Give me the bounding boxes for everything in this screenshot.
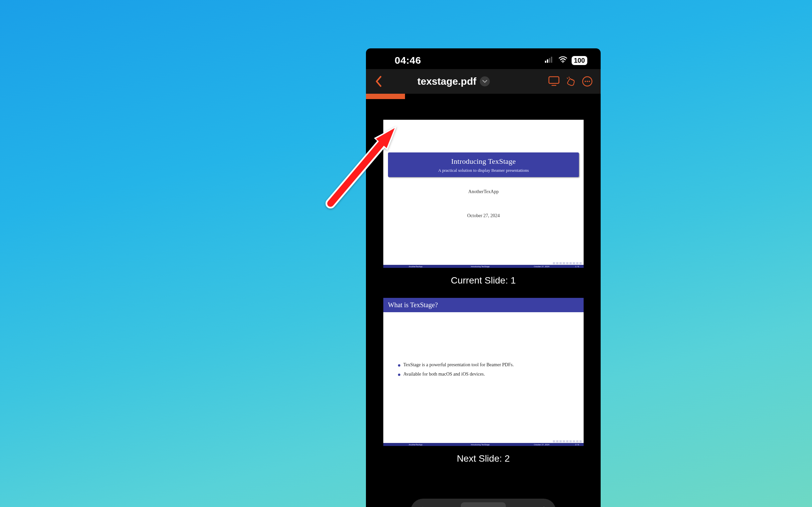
svg-point-11	[587, 81, 588, 82]
svg-point-10	[585, 81, 586, 82]
more-button[interactable]	[580, 74, 595, 89]
gesture-button[interactable]	[563, 74, 578, 89]
nav-title-group: texstage.pdf	[417, 76, 490, 87]
svg-point-4	[562, 62, 563, 63]
slide1-footer: AnotherTexApp Introducing TexStage Octob…	[383, 263, 583, 268]
current-slide-caption: Current Slide: 1	[383, 275, 583, 286]
svg-rect-3	[551, 57, 552, 63]
prev-slide-button[interactable]	[438, 502, 455, 507]
clap-icon	[565, 76, 576, 87]
next-slide-caption: Next Slide: 2	[383, 453, 583, 464]
svg-rect-1	[547, 59, 548, 63]
wifi-icon	[558, 56, 568, 64]
next-slide-thumbnail[interactable]: What is TexStage? TexStage is a powerful…	[383, 298, 583, 446]
status-bar: 04:46 100	[366, 48, 601, 69]
slide-control-bar: 1 / 6	[411, 499, 556, 507]
svg-rect-5	[549, 77, 559, 83]
phone-frame: 04:46 100 texstage.pdf	[366, 48, 601, 507]
slide1-title: Introducing TexStage	[391, 157, 576, 166]
slide1-date: October 27, 2024	[383, 213, 583, 219]
status-time: 04:46	[395, 55, 421, 66]
svg-point-12	[589, 81, 590, 82]
slide2-bullet-2: Available for both macOS and iOS devices…	[398, 372, 572, 377]
slide2-footer: AnotherTexApp Introducing TexStage Octob…	[383, 441, 583, 446]
page-indicator[interactable]: 1 / 6	[461, 502, 506, 507]
first-slide-button[interactable]	[417, 502, 435, 507]
cellular-icon	[545, 57, 554, 64]
content-area: Introducing TexStage A practical solutio…	[366, 99, 601, 507]
document-title: texstage.pdf	[417, 76, 476, 87]
ellipsis-circle-icon	[581, 76, 593, 87]
external-display-button[interactable]	[547, 74, 561, 89]
skip-first-icon	[421, 506, 432, 507]
skip-last-icon	[535, 506, 546, 507]
status-icons: 100	[545, 56, 587, 65]
svg-line-8	[569, 77, 569, 78]
battery-icon: 100	[572, 56, 587, 65]
chevron-down-icon	[482, 79, 488, 83]
slide1-title-box: Introducing TexStage A practical solutio…	[388, 153, 579, 177]
slide2-bullet-1: TexStage is a powerful presentation tool…	[398, 362, 572, 368]
progress-fill	[366, 94, 405, 99]
slide1-subtitle: A practical solution to display Beamer p…	[391, 168, 576, 173]
progress-bar	[366, 94, 601, 99]
nav-bar: texstage.pdf	[366, 69, 601, 94]
svg-rect-2	[549, 58, 550, 63]
display-icon	[548, 76, 560, 87]
back-button[interactable]	[372, 75, 385, 88]
last-slide-button[interactable]	[532, 502, 549, 507]
slide2-body: TexStage is a powerful presentation tool…	[383, 312, 583, 384]
title-dropdown-button[interactable]	[480, 76, 490, 87]
slide2-header: What is TexStage?	[383, 298, 583, 312]
slide1-author: AnotherTexApp	[383, 189, 583, 194]
svg-rect-0	[545, 61, 546, 63]
current-slide-thumbnail[interactable]: Introducing TexStage A practical solutio…	[383, 120, 583, 268]
next-slide-button[interactable]	[512, 502, 529, 507]
svg-line-7	[567, 78, 568, 79]
